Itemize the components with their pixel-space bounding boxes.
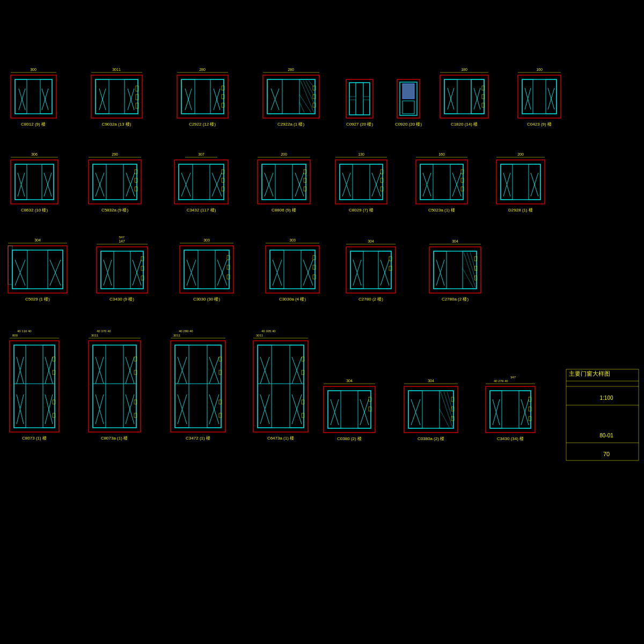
svg-text:3011: 3011 [91,334,99,337]
svg-text:C6473a (1) 楼: C6473a (1) 楼 [267,436,294,441]
svg-text:C8012 (9) 楼: C8012 (9) 楼 [21,122,46,127]
svg-text:C0380a (2) 楼: C0380a (2) 楼 [418,436,444,441]
svg-text:280: 280 [199,68,206,71]
svg-text:304: 304 [452,239,458,243]
page-number: 70 [603,451,610,457]
svg-text:C3030a (4 楼): C3030a (4 楼) [279,297,306,302]
svg-text:C1820 (14) 楼: C1820 (14) 楼 [451,122,478,127]
svg-text:D2928 (1) 楼: D2928 (1) 楼 [508,208,533,213]
drawing-number: 80-01 [599,433,613,438]
svg-text:C5832a (9 楼): C5832a (9 楼) [101,208,129,213]
svg-text:C3430 (9 楼): C3430 (9 楼) [109,297,134,302]
svg-text:C5029 (1 楼): C5029 (1 楼) [25,297,50,302]
svg-text:C0920 (20 楼): C0920 (20 楼) [395,122,422,127]
svg-text:200: 200 [281,152,287,156]
svg-text:304: 304 [346,379,353,383]
svg-text:3011: 3011 [112,68,121,71]
svg-text:160: 160 [536,68,543,71]
title-label: 主要门窗大样图 [569,370,610,377]
svg-text:300: 300 [30,68,36,71]
svg-text:303: 303 [203,238,210,242]
svg-text:40 110 40: 40 110 40 [17,330,32,333]
svg-text:C0423 (9) 楼: C0423 (9) 楼 [527,122,552,127]
svg-text:C5023a (1) 楼: C5023a (1) 楼 [428,208,455,213]
svg-text:C3472 (1) 楼: C3472 (1) 楼 [186,436,210,441]
svg-text:C8029 (7) 楼: C8029 (7) 楼 [349,208,374,213]
svg-text:547: 547 [119,236,125,239]
svg-text:C8073 (1) 楼: C8073 (1) 楼 [22,436,47,441]
svg-text:C2922a (1 楼): C2922a (1 楼) [277,122,305,127]
svg-text:160: 160 [438,152,445,156]
svg-text:304: 304 [428,379,434,383]
svg-text:3011: 3011 [173,334,181,337]
svg-text:303: 303 [289,238,296,242]
svg-text:C2780a (2 楼): C2780a (2 楼) [442,297,469,302]
svg-text:3011: 3011 [256,334,264,337]
svg-text:307: 307 [198,152,204,156]
scale-label: 1:100 [599,395,613,401]
svg-text:C3430 (34) 楼: C3430 (34) 楼 [497,436,524,441]
svg-text:290: 290 [112,152,118,156]
main-drawing: 300 C8012 (9) 楼 3011 C9032a (13 楼) [0,0,644,644]
svg-text:C3432 (117 楼): C3432 (117 楼) [187,208,216,213]
svg-text:180: 180 [461,68,467,71]
svg-text:304: 304 [34,238,41,242]
svg-text:40 279 40: 40 279 40 [494,379,508,383]
cad-canvas: 300 C8012 (9) 楼 3011 C9032a (13 楼) [0,0,644,644]
svg-text:280: 280 [288,68,294,71]
svg-text:C2780 (2 楼): C2780 (2 楼) [358,297,383,302]
svg-text:304: 304 [368,239,374,243]
svg-text:C8073a (1) 楼: C8073a (1) 楼 [101,436,128,441]
svg-text:C8632 (10 楼): C8632 (10 楼) [21,208,48,213]
svg-text:C2922 (12 楼): C2922 (12 楼) [189,122,216,127]
svg-text:200: 200 [517,152,524,156]
svg-text:C0927 (20 楼): C0927 (20 楼) [346,122,374,127]
svg-text:130: 130 [358,152,364,156]
svg-text:C3030 (30 楼): C3030 (30 楼) [193,297,221,302]
svg-text:40 280 40: 40 280 40 [179,330,193,333]
svg-rect-68 [402,84,414,99]
svg-text:C9032a (13 楼): C9032a (13 楼) [102,122,131,127]
svg-text:147: 147 [119,239,125,243]
svg-text:40 305 40: 40 305 40 [261,330,276,333]
svg-text:C8806 (9) 楼: C8806 (9) 楼 [272,208,296,213]
svg-text:40 370 40: 40 370 40 [97,330,111,333]
svg-rect-0 [0,0,644,644]
svg-text:306: 306 [31,152,38,156]
svg-text:800: 800 [12,334,18,337]
svg-text:C0380 (2) 楼: C0380 (2) 楼 [337,436,362,441]
svg-text:347: 347 [510,376,516,379]
